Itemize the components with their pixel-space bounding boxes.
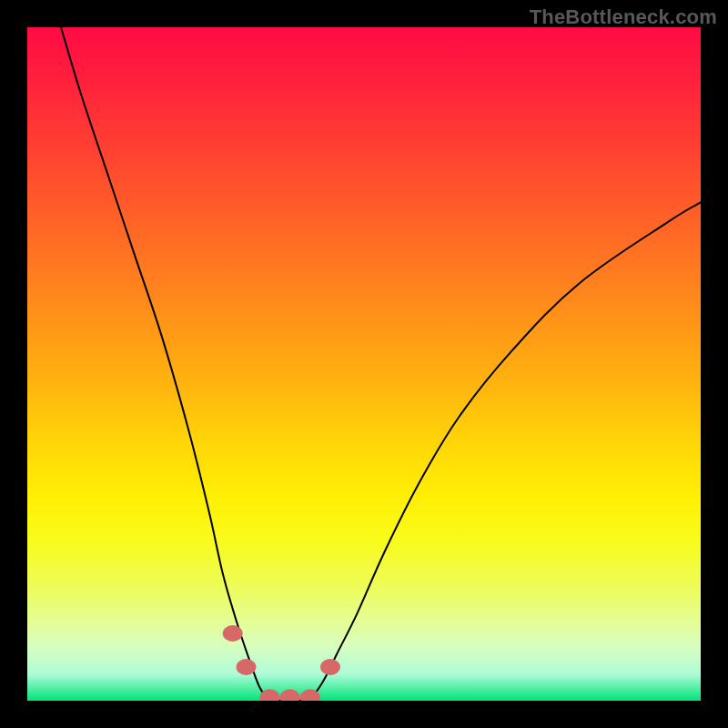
left-marker-lower xyxy=(237,659,257,675)
right-marker xyxy=(320,659,340,675)
floor-marker-mid xyxy=(280,689,300,701)
plot-area xyxy=(27,27,701,701)
watermark-text: TheBottleneck.com xyxy=(530,5,717,29)
chart-frame: TheBottleneck.com xyxy=(0,0,728,728)
left-curve xyxy=(61,27,269,701)
curve-layer xyxy=(27,27,701,701)
marker-layer xyxy=(223,625,340,701)
right-curve xyxy=(310,202,701,701)
left-marker-upper xyxy=(223,625,243,642)
